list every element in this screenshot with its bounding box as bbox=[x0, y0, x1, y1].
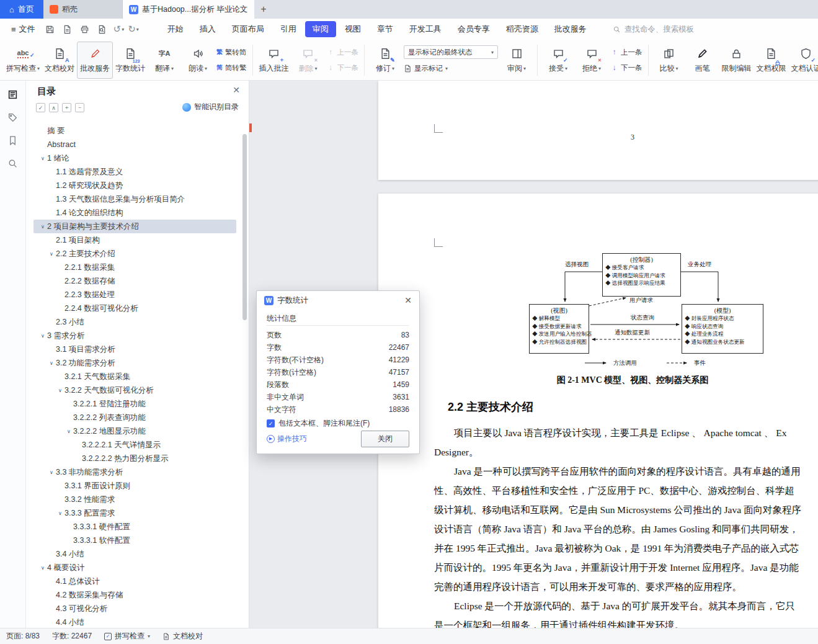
next-change-button[interactable]: ↓下一条 bbox=[610, 61, 642, 74]
close-button[interactable]: 关闭 bbox=[361, 431, 409, 447]
dialog-title-bar[interactable]: W 字数统计 ✕ bbox=[257, 291, 419, 310]
docer-tab[interactable]: 稻壳 bbox=[43, 0, 123, 19]
toc-item[interactable]: 1.3 天气数据信息采集与分析项目简介 bbox=[33, 192, 236, 206]
document-tab[interactable]: W 基于Hadoop...据分析 毕业论文 bbox=[123, 0, 254, 19]
chevron-down-icon[interactable]: ∨ bbox=[38, 224, 47, 230]
track-changes-button[interactable]: ✎ 修订▾ bbox=[368, 42, 402, 78]
read-aloud-button[interactable]: 朗读▾ bbox=[181, 42, 215, 78]
chevron-down-icon[interactable]: ∨ bbox=[47, 360, 56, 366]
show-markup-button[interactable]: 显示标记▾ bbox=[404, 62, 498, 74]
toc-item[interactable]: Abstract bbox=[33, 138, 236, 151]
toc-item[interactable]: 2.2.4 数据可视化分析 bbox=[33, 302, 236, 315]
toc-item[interactable]: 3.1 项目需求分析 bbox=[33, 342, 236, 356]
toc-item[interactable]: 1.2 研究现状及趋势 bbox=[33, 179, 236, 192]
chevron-down-icon[interactable]: ∨ bbox=[38, 333, 47, 339]
compare-button[interactable]: 比较▾ bbox=[652, 42, 686, 78]
translate-button[interactable]: 字A 翻译▾ bbox=[148, 42, 181, 78]
markup-state-select[interactable]: 显示标记的最终状态 ▾ bbox=[404, 45, 498, 59]
menu-tab-批改服务[interactable]: 批改服务 bbox=[547, 21, 594, 37]
toc-item[interactable]: 3.2.2.2.1 天气详情显示 bbox=[33, 438, 236, 452]
toc-item[interactable]: 2.3 小结 bbox=[33, 315, 236, 329]
toc-item[interactable]: 3.3.1 界面设计原则 bbox=[33, 479, 236, 493]
menu-tab-审阅[interactable]: 审阅 bbox=[305, 21, 336, 37]
toc-item[interactable]: ∨4 概要设计 bbox=[33, 561, 236, 575]
word-count-indicator[interactable]: 字数: 22467 bbox=[52, 631, 92, 642]
prev-change-button[interactable]: ↑上一条 bbox=[610, 46, 642, 58]
toc-item[interactable]: ∨3 需求分析 bbox=[33, 329, 236, 342]
toc-item[interactable]: ∨3.2.2.2 地图显示功能 bbox=[33, 424, 236, 438]
search-icon[interactable] bbox=[7, 157, 19, 169]
word-count-button[interactable]: 123 字数统计 bbox=[113, 42, 148, 78]
spell-check-button[interactable]: abc✓ 拼写检查▾ bbox=[4, 42, 42, 78]
toc-item[interactable]: 4.3 可视化分析 bbox=[33, 602, 236, 615]
menu-tab-稻壳资源[interactable]: 稻壳资源 bbox=[499, 21, 546, 37]
doc-proofread-button[interactable]: A 文档校对 bbox=[42, 42, 77, 78]
tips-link[interactable]: ▶ 操作技巧 bbox=[267, 434, 307, 444]
toc-item[interactable]: ∨3.2 功能需求分析 bbox=[33, 356, 236, 370]
toc-item[interactable]: ∨3.2.2 天气数据可视化分析 bbox=[33, 383, 236, 397]
reject-button[interactable]: × 拒绝▾ bbox=[575, 42, 608, 78]
toc-item[interactable]: 4.4 小结 bbox=[33, 615, 236, 628]
tag-icon[interactable] bbox=[7, 111, 19, 123]
command-search[interactable]: 查找命令、搜索模板 bbox=[613, 24, 695, 35]
menu-tab-引用[interactable]: 引用 bbox=[273, 21, 304, 37]
chevron-down-icon[interactable]: ∨ bbox=[38, 565, 47, 571]
toc-collapse-button[interactable]: － bbox=[75, 103, 84, 112]
spell-check-toggle[interactable]: ✓ 拼写检查 ▾ bbox=[104, 631, 150, 642]
menu-tab-开始[interactable]: 开始 bbox=[160, 21, 191, 37]
trad-to-simp-button[interactable]: 繁繁转简 bbox=[216, 46, 247, 58]
doc-proofread-button[interactable]: 文档校对 bbox=[162, 631, 203, 642]
menu-tab-视图[interactable]: 视图 bbox=[337, 21, 368, 37]
toc-item[interactable]: 摘 要 bbox=[33, 124, 236, 138]
toc-item[interactable]: 3.2.2.1 登陆注册功能 bbox=[33, 397, 236, 411]
menu-tab-开发工具[interactable]: 开发工具 bbox=[402, 21, 449, 37]
toc-item[interactable]: 2.2.2 数据存储 bbox=[33, 274, 236, 288]
panel-resize-marker[interactable] bbox=[249, 123, 252, 132]
menu-tab-会员专享[interactable]: 会员专享 bbox=[450, 21, 497, 37]
bookmark-icon[interactable] bbox=[7, 134, 19, 146]
close-icon[interactable]: ✕ bbox=[404, 295, 412, 305]
toc-item[interactable]: 4.2 数据采集与存储 bbox=[33, 588, 236, 602]
toc-collapse-all-button[interactable]: ∧ bbox=[49, 103, 58, 112]
doc-auth-button[interactable]: ✓ 文档认证 bbox=[789, 42, 818, 78]
new-tab-button[interactable]: + bbox=[254, 0, 273, 19]
simp-to-trad-button[interactable]: 简简转繁 bbox=[216, 61, 247, 74]
toc-item[interactable]: 3.3.3.1 硬件配置 bbox=[33, 520, 236, 534]
toc-item[interactable]: ∨3.3.3 配置需求 bbox=[33, 506, 236, 520]
chevron-down-icon[interactable]: ∨ bbox=[56, 511, 64, 516]
toc-item[interactable]: ∨1 绪论 bbox=[33, 151, 236, 165]
toc-select-all-button[interactable]: ✓ bbox=[36, 103, 45, 112]
toc-item[interactable]: 2.2.3 数据处理 bbox=[33, 288, 236, 302]
toc-item[interactable]: ∨2.2 主要技术介绍 bbox=[33, 247, 236, 261]
toc-scrollbar-thumb[interactable] bbox=[242, 134, 247, 320]
toc-item[interactable]: 3.4 小结 bbox=[33, 547, 236, 561]
chevron-down-icon[interactable]: ∨ bbox=[64, 429, 73, 434]
toc-panel-icon[interactable] bbox=[7, 88, 19, 101]
toc-item[interactable]: 4.1 总体设计 bbox=[33, 575, 236, 588]
export-button[interactable] bbox=[60, 22, 75, 37]
toc-item[interactable]: 3.2.2.2 列表查询功能 bbox=[33, 411, 236, 424]
toc-item[interactable]: ∨2 项目架构与主要技术介绍 bbox=[33, 220, 236, 233]
chevron-down-icon[interactable]: ∨ bbox=[38, 156, 47, 161]
menu-tab-页面布局[interactable]: 页面布局 bbox=[225, 21, 272, 37]
toc-item[interactable]: 3.2.1 天气数据采集 bbox=[33, 370, 236, 383]
include-footnotes-checkbox[interactable]: ✓ 包括文本框、脚注和尾注(F) bbox=[267, 418, 370, 429]
doc-permission-button[interactable]: 文档权限 bbox=[754, 42, 789, 78]
toc-item[interactable]: ∨3.3 非功能需求分析 bbox=[33, 465, 236, 479]
close-icon[interactable]: ✕ bbox=[233, 85, 240, 95]
restrict-edit-button[interactable]: 限制编辑 bbox=[719, 42, 754, 78]
insert-comment-button[interactable]: + 插入批注 bbox=[257, 42, 291, 78]
toc-item[interactable]: 3.3.3.1 软件配置 bbox=[33, 534, 236, 547]
print-button[interactable] bbox=[78, 22, 92, 37]
smart-toc-button[interactable]: 智能识别目录 bbox=[182, 102, 239, 112]
toc-item[interactable]: 1.4 论文的组织结构 bbox=[33, 206, 236, 220]
menu-tab-插入[interactable]: 插入 bbox=[192, 21, 223, 37]
toc-item[interactable]: 2.1 项目架构 bbox=[33, 233, 236, 247]
chevron-down-icon[interactable]: ∨ bbox=[47, 251, 56, 257]
correction-service-button[interactable]: 批改服务 bbox=[77, 42, 113, 79]
review-pane-button[interactable]: 审阅▾ bbox=[500, 42, 533, 78]
chevron-down-icon[interactable]: ∨ bbox=[47, 470, 56, 475]
toc-item[interactable]: 3.3.2 性能需求 bbox=[33, 493, 236, 506]
menu-tab-章节[interactable]: 章节 bbox=[370, 21, 401, 37]
print-preview-button[interactable] bbox=[95, 22, 110, 37]
